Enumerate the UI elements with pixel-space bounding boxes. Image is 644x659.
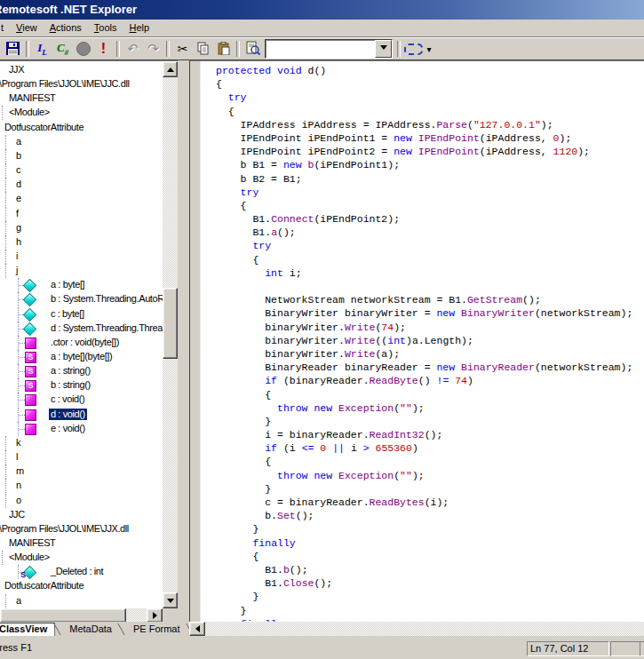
tree-item[interactable]: a [0, 594, 163, 608]
tab-classview[interactable]: ClassView [0, 623, 55, 637]
code-editor-panel: protected void d(){ try { IPAddress iPAd… [189, 60, 644, 623]
save-button[interactable] [3, 39, 23, 59]
scrollbar-corner [163, 608, 178, 623]
cut-button[interactable]: ✂ [172, 39, 193, 59]
scroll-up-button[interactable] [163, 61, 178, 77]
tree-item[interactable]: a [0, 135, 163, 149]
tree-item[interactable]: JJC [0, 508, 163, 522]
stop-button[interactable] [73, 39, 93, 59]
tree-item[interactable]: b [0, 149, 163, 163]
status-cursor-position: Ln 77, Col 12 [527, 641, 609, 656]
menu-item-tools[interactable]: Tools [88, 20, 123, 36]
toolbar-separator [397, 41, 401, 57]
tree-item[interactable]: Sb : string() [0, 378, 163, 393]
tab-pe-format[interactable]: PE Format [126, 623, 187, 636]
toolbar-caret-button[interactable]: ▾ [424, 39, 434, 59]
code-text[interactable]: protected void d(){ try { IPAddress iPAd… [216, 64, 644, 623]
menu-item-t[interactable]: t [0, 20, 10, 36]
tree-item[interactable]: a : byte[] [0, 278, 163, 292]
tree-item[interactable]: h [0, 235, 163, 250]
code-selection-margin [190, 61, 201, 623]
search-combobox-field[interactable] [266, 40, 375, 58]
redo-button[interactable]: ↷ [143, 39, 163, 59]
tree-item[interactable]: c : void() [0, 393, 163, 407]
link-button[interactable] [403, 39, 424, 59]
tree-vertical-scrollbar[interactable] [163, 61, 178, 608]
arrow-up-icon [167, 64, 174, 72]
chevron-down-icon [380, 45, 387, 53]
tree-item[interactable]: S_Deleted : int [0, 565, 163, 579]
tree-item[interactable]: i [0, 250, 163, 264]
tree-item[interactable]: e : void() [0, 422, 163, 436]
tree-item[interactable]: n [0, 479, 163, 493]
tree-item[interactable]: f [0, 207, 163, 221]
scrollbar-thumb[interactable] [163, 288, 178, 359]
undo-button[interactable]: ↶ [123, 39, 143, 59]
tree-item[interactable]: <Module> [0, 551, 163, 565]
tree-item[interactable]: MANIFEST [0, 536, 163, 551]
tree-item[interactable]: l [0, 450, 163, 464]
tree-item[interactable]: j [0, 264, 163, 278]
code-horizontal-scrollbar[interactable] [189, 622, 644, 636]
view-il-button[interactable]: IL [32, 39, 52, 59]
scroll-right-button[interactable] [147, 608, 163, 623]
menu-item-view[interactable]: View [10, 20, 44, 36]
tree-item[interactable]: b : System.Threading.AutoResetEvent [0, 292, 163, 306]
tree-item[interactable]: \Program Files\JJOL\IME\JJC.dll [0, 77, 163, 91]
tree-item[interactable]: d : void() [0, 408, 163, 422]
scrollbar-thumb[interactable] [0, 608, 126, 623]
method-icon [25, 409, 36, 421]
scroll-down-button[interactable] [163, 592, 178, 608]
tree-item[interactable]: .ctor : void(byte[]) [0, 336, 163, 350]
scrollbar-track[interactable] [203, 622, 644, 636]
panel-splitter[interactable] [178, 60, 189, 622]
tree-item[interactable]: MANIFEST [0, 91, 163, 106]
tree-item[interactable]: d : System.Threading.Thread [0, 322, 163, 336]
tab-metadata[interactable]: MetaData [62, 623, 119, 636]
paste-button[interactable] [213, 39, 234, 59]
copy-icon [197, 42, 210, 57]
tree-item[interactable]: \Program Files\JJOL\IME\JJX.dll [0, 522, 163, 536]
tree-content[interactable]: JJX\Program Files\JJOL\IME\JJC.dllMANIFE… [0, 61, 163, 608]
tree-horizontal-scrollbar[interactable] [0, 608, 163, 623]
il-icon: IL [37, 41, 47, 57]
save-icon [6, 42, 20, 57]
status-panel [640, 641, 644, 656]
menu-item-help[interactable]: Help [123, 20, 156, 36]
tree-item[interactable]: c [0, 163, 163, 178]
tree-item[interactable]: <Module> [0, 106, 163, 120]
tree-item[interactable]: k [0, 436, 163, 450]
toolbar-separator [26, 41, 29, 57]
tree-item[interactable]: Sa : byte[](byte[]) [0, 350, 163, 364]
copy-button[interactable] [193, 39, 213, 59]
tree-item[interactable]: DotfuscatorAttribute [0, 579, 163, 593]
tree-item[interactable]: e [0, 192, 163, 206]
tree-item[interactable]: m [0, 464, 163, 479]
title-bar: Remotesoft .NET Explorer [0, 0, 644, 20]
error-button[interactable]: ! [93, 39, 114, 59]
tree-item[interactable]: o [0, 494, 163, 508]
view-csharp-button[interactable]: C# [52, 39, 73, 59]
arrow-left-icon [192, 625, 200, 632]
tree-item[interactable]: c : byte[] [0, 307, 163, 322]
scroll-left-button[interactable] [189, 622, 205, 636]
search-combobox[interactable] [265, 39, 393, 59]
tree-item[interactable]: g [0, 221, 163, 235]
menu-item-actions[interactable]: Actions [44, 20, 88, 36]
arrow-down-icon [167, 599, 174, 607]
tree-item[interactable]: DotfuscatorAttribute [0, 121, 163, 135]
method-icon: S [25, 352, 36, 363]
field-icon [23, 322, 35, 334]
field-icon [23, 293, 35, 305]
status-panel [610, 641, 640, 656]
field-icon [23, 308, 35, 320]
find-icon [246, 41, 260, 57]
method-icon [25, 337, 36, 349]
toolbar-separator [236, 41, 240, 57]
arrow-right-icon [153, 612, 161, 619]
tree-item[interactable]: JJX [0, 63, 163, 77]
combobox-dropdown-button[interactable] [375, 40, 392, 58]
tree-item[interactable]: Sa : string() [0, 364, 163, 378]
tree-item[interactable]: d [0, 178, 163, 192]
find-button[interactable] [242, 39, 263, 59]
